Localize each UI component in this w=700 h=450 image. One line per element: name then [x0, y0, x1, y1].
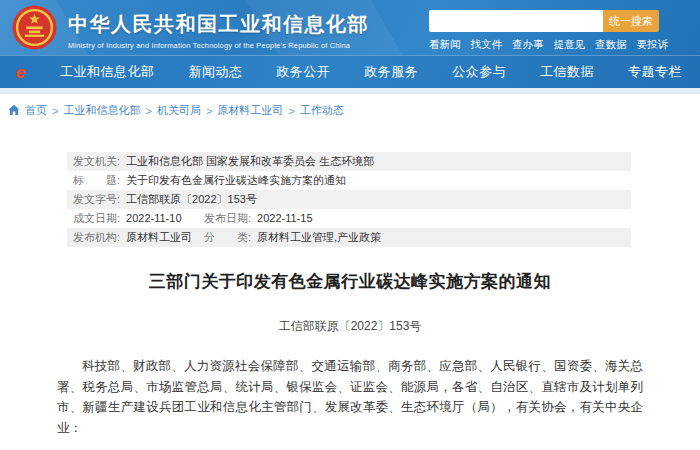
breadcrumb-departments[interactable]: 机关司局 — [157, 103, 201, 118]
article-body: 科技部、财政部、人力资源社会保障部、交通运输部、商务部、应急部、人民银行、国资委… — [0, 356, 700, 450]
breadcrumb-separator: > — [288, 105, 294, 117]
meta-label: 发布机构: — [73, 228, 120, 247]
meta-value: 原材料工业管理,产业政策 — [257, 228, 381, 247]
article-doc-number: 工信部联原〔2022〕153号 — [0, 318, 700, 335]
breadcrumb-work-updates[interactable]: 工作动态 — [300, 103, 344, 118]
quick-link-news[interactable]: 看新闻 — [429, 38, 461, 52]
quick-link-data[interactable]: 查数据 — [595, 38, 627, 52]
meta-value: 原材料工业司 — [126, 228, 192, 247]
main-nav: e 工业和信息化部 新闻动态 政务公开 政务服务 公众参与 工信数据 专题专栏 — [0, 55, 700, 88]
header-quick-links: 看新闻 找文件 查办事 提意见 查数据 要投诉 — [429, 38, 668, 52]
meta-row-title: 标 题: 关于印发有色金属行业碳达峰实施方案的通知 — [67, 171, 631, 190]
site-title: 中华人民共和国工业和信息化部 — [68, 11, 369, 38]
breadcrumb-miit[interactable]: 工业和信息化部 — [63, 103, 140, 118]
quick-link-suggestions[interactable]: 提意见 — [554, 38, 586, 52]
quick-link-documents[interactable]: 找文件 — [471, 38, 503, 52]
nav-item-public-participation[interactable]: 公众参与 — [452, 63, 506, 81]
breadcrumb-home[interactable]: 首页 — [25, 103, 47, 118]
miit-logo-icon: e — [16, 64, 34, 81]
search-input[interactable] — [429, 10, 603, 32]
quick-link-services[interactable]: 查办事 — [512, 38, 544, 52]
breadcrumb-separator: > — [206, 105, 212, 117]
meta-label: 发文字号: — [73, 190, 120, 209]
meta-row-issuing-agency: 发文机关: 工业和信息化部 国家发展和改革委员会 生态环境部 — [67, 152, 631, 171]
meta-value: 工信部联原〔2022〕153号 — [126, 190, 257, 209]
meta-row-dates: 成文日期: 2022-11-10 发布日期: 2022-11-15 — [67, 209, 631, 228]
breadcrumb-raw-materials-dept[interactable]: 原材料工业司 — [217, 103, 283, 118]
article-title: 三部门关于印发有色金属行业碳达峰实施方案的通知 — [0, 270, 700, 293]
article-paragraph-recipients: 科技部、财政部、人力资源社会保障部、交通运输部、商务部、应急部、人民银行、国资委… — [57, 356, 643, 438]
site-header: 中华人民共和国工业和信息化部 Ministry of Industry and … — [0, 0, 700, 55]
meta-value: 2022-11-10 — [126, 209, 181, 228]
document-meta-table: 发文机关: 工业和信息化部 国家发展和改革委员会 生态环境部 标 题: 关于印发… — [67, 152, 631, 247]
home-icon — [8, 104, 20, 118]
meta-label: 发文机关: — [73, 152, 120, 171]
national-emblem-icon — [12, 5, 57, 50]
search-area: 统一搜索 看新闻 找文件 查办事 提意见 查数据 要投诉 — [429, 10, 688, 52]
nav-item-news[interactable]: 新闻动态 — [188, 63, 242, 81]
meta-row-publisher-category: 发布机构: 原材料工业司 分 类: 原材料工业管理,产业政策 — [67, 228, 631, 247]
unified-search-button[interactable]: 统一搜索 — [603, 10, 659, 32]
meta-label: 成文日期: — [73, 209, 120, 228]
document-content: 发文机关: 工业和信息化部 国家发展和改革委员会 生态环境部 标 题: 关于印发… — [0, 152, 700, 450]
nav-bottom-strip — [0, 88, 700, 94]
breadcrumb: 首页 > 工业和信息化部 > 机关司局 > 原材料工业司 > 工作动态 — [8, 103, 700, 118]
meta-value: 工业和信息化部 国家发展和改革委员会 生态环境部 — [126, 152, 374, 171]
quick-link-complaints[interactable]: 要投诉 — [637, 38, 669, 52]
meta-label: 标 题: — [73, 171, 120, 190]
nav-item-special-topics[interactable]: 专题专栏 — [628, 63, 682, 81]
breadcrumb-separator: > — [52, 105, 58, 117]
meta-value: 关于印发有色金属行业碳达峰实施方案的通知 — [126, 171, 346, 190]
site-subtitle-en: Ministry of Industry and Information Tec… — [68, 41, 369, 50]
nav-item-gov-services[interactable]: 政务服务 — [364, 63, 418, 81]
nav-item-miit-data[interactable]: 工信数据 — [540, 63, 594, 81]
meta-row-doc-number: 发文字号: 工信部联原〔2022〕153号 — [67, 190, 631, 209]
nav-item-gov-disclosure[interactable]: 政务公开 — [276, 63, 330, 81]
meta-value: 2022-11-15 — [257, 209, 312, 228]
site-titles: 中华人民共和国工业和信息化部 Ministry of Industry and … — [68, 11, 369, 50]
breadcrumb-separator: > — [145, 105, 151, 117]
meta-label: 发布日期: — [204, 209, 251, 228]
nav-item-miit[interactable]: 工业和信息化部 — [60, 63, 155, 81]
meta-label: 分 类: — [204, 228, 251, 247]
